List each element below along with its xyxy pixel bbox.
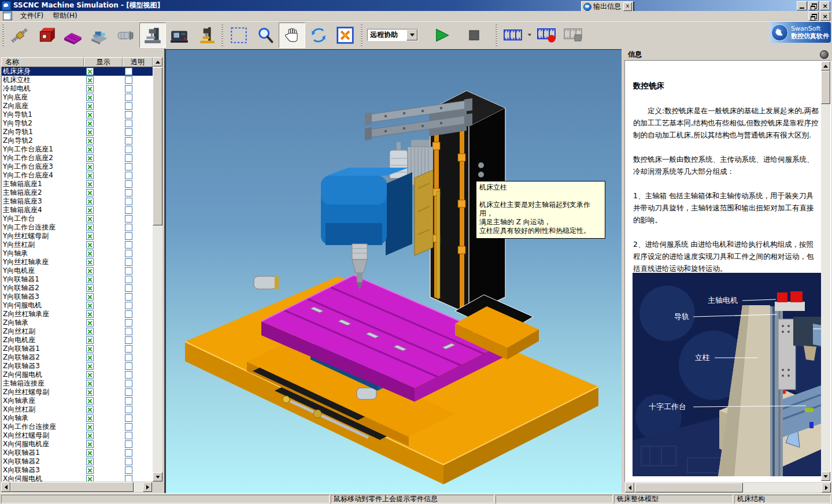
transparent-checkbox[interactable] (125, 345, 132, 353)
show-checkbox[interactable] (86, 94, 94, 101)
rotate-button[interactable] (305, 23, 332, 48)
toolbar-drag-handle[interactable] (361, 24, 363, 46)
transparent-checkbox[interactable] (125, 458, 132, 465)
table-row[interactable]: Y向丝杠螺母副 (2, 232, 153, 240)
table-row[interactable]: Z向轴承 (2, 318, 153, 327)
scroll-right-button[interactable] (822, 483, 831, 492)
transparent-checkbox[interactable] (125, 163, 132, 171)
vertical-scrollbar[interactable] (821, 71, 830, 472)
table-row[interactable]: X向联轴器2 (2, 457, 153, 466)
transparent-checkbox[interactable] (125, 206, 132, 214)
show-checkbox[interactable] (86, 388, 94, 396)
show-checkbox[interactable] (86, 146, 94, 153)
show-checkbox[interactable] (86, 475, 94, 481)
show-checkbox[interactable] (86, 440, 94, 448)
table-row[interactable]: X向联轴器3 (2, 466, 153, 475)
show-checkbox[interactable] (86, 128, 94, 136)
show-checkbox[interactable] (86, 458, 94, 465)
transparent-checkbox[interactable] (125, 241, 132, 249)
transparent-checkbox[interactable] (125, 215, 132, 223)
header-show[interactable]: 显示 (84, 57, 123, 67)
show-checkbox[interactable] (86, 241, 94, 249)
table-row[interactable]: Z向丝杠轴承座 (2, 310, 153, 318)
table-row[interactable]: X向联轴器1 (2, 449, 153, 457)
show-checkbox[interactable] (86, 432, 94, 439)
table-row[interactable]: Y向联轴器3 (2, 292, 153, 301)
transparent-checkbox[interactable] (125, 440, 132, 448)
show-checkbox[interactable] (86, 206, 94, 214)
scroll-up-button[interactable] (153, 57, 162, 66)
transparent-checkbox[interactable] (125, 198, 132, 205)
scroll-down-button[interactable] (153, 472, 162, 481)
header-name[interactable]: 名称 (1, 57, 84, 67)
show-checkbox[interactable] (86, 172, 94, 179)
table-row[interactable]: Y向丝杠副 (2, 240, 153, 249)
transparent-checkbox[interactable] (125, 94, 132, 101)
table-row[interactable]: X向伺服电机座 (2, 440, 153, 449)
table-row[interactable]: 主轴箱底座2 (2, 188, 153, 197)
table-row[interactable]: X向伺服电机 (2, 475, 153, 481)
table-row[interactable]: 主轴箱底座4 (2, 206, 153, 214)
record-button[interactable] (533, 23, 560, 48)
show-checkbox[interactable] (86, 189, 94, 197)
transparent-checkbox[interactable] (125, 111, 132, 118)
transparent-checkbox[interactable] (125, 302, 132, 309)
transparent-checkbox[interactable] (125, 293, 132, 301)
show-checkbox[interactable] (86, 319, 94, 327)
table-row[interactable]: 机床立柱 (2, 76, 153, 84)
table-row[interactable]: Y向导轨1 (2, 110, 153, 119)
spindle-unit-button[interactable] (113, 23, 139, 48)
transparent-checkbox[interactable] (125, 397, 132, 405)
table-row[interactable]: Y向联轴器1 (2, 275, 153, 284)
transparent-checkbox[interactable] (125, 466, 132, 474)
table-row[interactable]: X向丝杠螺母副 (2, 431, 153, 440)
show-checkbox[interactable] (86, 85, 94, 92)
transparent-checkbox[interactable] (125, 224, 132, 231)
scroll-down-button[interactable] (821, 472, 830, 481)
transparent-checkbox[interactable] (125, 189, 132, 197)
transparent-checkbox[interactable] (125, 380, 132, 387)
table-row[interactable]: 主轴箱连接座 (2, 379, 153, 388)
transparent-checkbox[interactable] (125, 284, 132, 292)
transparent-checkbox[interactable] (125, 154, 132, 162)
play-record-button[interactable] (500, 23, 526, 48)
transparent-checkbox[interactable] (125, 276, 132, 283)
scrollbar-thumb[interactable] (10, 482, 134, 492)
table-row[interactable]: Y向联轴器2 (2, 284, 153, 292)
stop-button[interactable] (461, 23, 487, 48)
output-info-close-button[interactable]: x (623, 2, 632, 11)
model-viewport[interactable] (165, 49, 622, 493)
show-checkbox[interactable] (86, 380, 94, 387)
show-checkbox[interactable] (86, 180, 94, 188)
show-checkbox[interactable] (86, 336, 94, 344)
child-close-button[interactable]: × (820, 12, 830, 21)
show-checkbox[interactable] (86, 354, 94, 361)
show-checkbox[interactable] (86, 267, 94, 275)
table-row[interactable]: Y向工作台底座4 (2, 171, 153, 180)
stop-record-button[interactable] (560, 23, 586, 48)
fit-view-button[interactable] (332, 23, 358, 48)
close-button[interactable]: × (820, 1, 830, 10)
ballscrew-button[interactable] (6, 23, 33, 48)
minimize-button[interactable] (797, 1, 807, 10)
transparent-checkbox[interactable] (125, 120, 132, 127)
select-button[interactable] (225, 23, 252, 48)
table-row[interactable]: X向工作台连接座 (2, 423, 153, 431)
drill-press-button[interactable] (193, 23, 219, 48)
transparent-checkbox[interactable] (125, 432, 132, 439)
show-checkbox[interactable] (86, 198, 94, 205)
transparent-checkbox[interactable] (125, 180, 132, 188)
show-checkbox[interactable] (86, 302, 94, 309)
table-row[interactable]: Z向丝杠螺母副 (2, 388, 153, 396)
table-row[interactable]: X向轴承 (2, 414, 153, 423)
transparent-checkbox[interactable] (125, 310, 132, 318)
scrollbar-thumb[interactable] (153, 67, 162, 225)
transparent-checkbox[interactable] (125, 146, 132, 153)
table-row[interactable]: Y向工作台连接座 (2, 223, 153, 232)
child-window-icon[interactable] (3, 12, 12, 20)
transparent-checkbox[interactable] (125, 76, 132, 84)
restore-button[interactable] (808, 1, 819, 10)
table-row[interactable]: Z向导轨2 (2, 136, 153, 145)
show-checkbox[interactable] (86, 345, 94, 353)
child-restore-button[interactable] (808, 12, 819, 21)
